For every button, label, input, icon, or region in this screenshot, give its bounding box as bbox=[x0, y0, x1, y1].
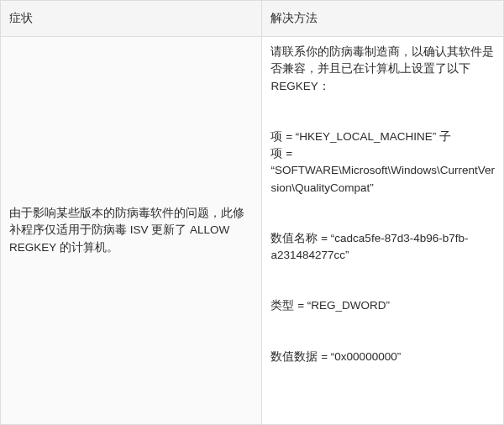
resolution-data: 数值数据 = “0x00000000” bbox=[270, 349, 495, 365]
resolution-intro: 请联系你的防病毒制造商，以确认其软件是否兼容，并且已在计算机上设置了以下 REG… bbox=[270, 44, 495, 95]
table-row: 由于影响某些版本的防病毒软件的问题，此修补程序仅适用于防病毒 ISV 更新了 A… bbox=[1, 37, 504, 425]
resolution-value-name: 数值名称 = “cadca5fe-87d3-4b96-b7fb-a2314842… bbox=[270, 230, 495, 265]
header-row: 症状 解决方法 bbox=[1, 1, 504, 37]
symptom-cell: 由于影响某些版本的防病毒软件的问题，此修补程序仅适用于防病毒 ISV 更新了 A… bbox=[1, 37, 262, 425]
resolution-type: 类型 = “REG_DWORD” bbox=[270, 297, 495, 314]
resolution-key-line1: 项 = “HKEY_LOCAL_MACHINE” 子 bbox=[270, 129, 495, 145]
resolution-key-line2: 项 = “SOFTWARE\Microsoft\Windows\CurrentV… bbox=[270, 145, 495, 197]
kb-table: 症状 解决方法 由于影响某些版本的防病毒软件的问题，此修补程序仅适用于防病毒 I… bbox=[0, 0, 504, 425]
header-symptom: 症状 bbox=[1, 1, 262, 37]
header-resolution: 解决方法 bbox=[262, 1, 504, 37]
resolution-cell: 请联系你的防病毒制造商，以确认其软件是否兼容，并且已在计算机上设置了以下 REG… bbox=[262, 37, 504, 425]
symptom-text: 由于影响某些版本的防病毒软件的问题，此修补程序仅适用于防病毒 ISV 更新了 A… bbox=[9, 205, 253, 256]
resolution-key: 项 = “HKEY_LOCAL_MACHINE” 子 项 = “SOFTWARE… bbox=[270, 129, 495, 197]
